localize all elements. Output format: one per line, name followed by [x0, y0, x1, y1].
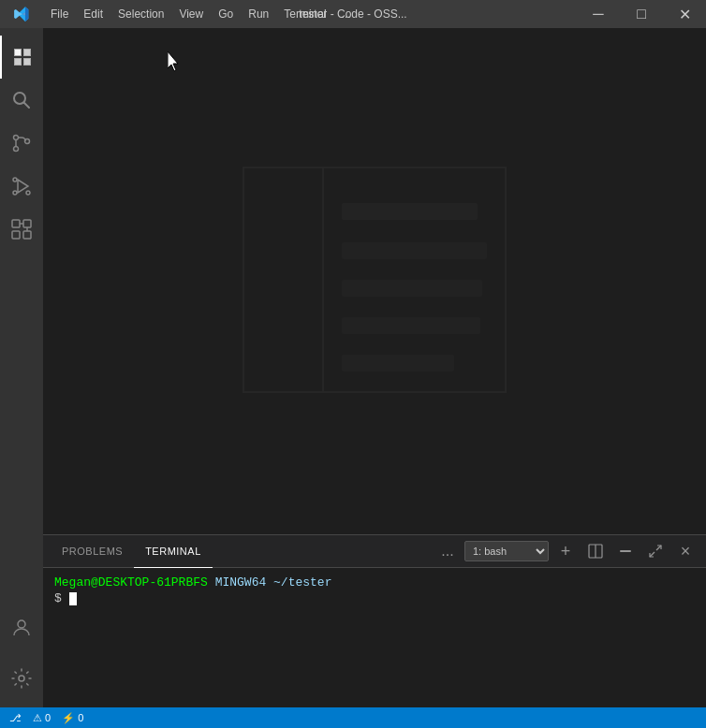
editor-area: [43, 28, 706, 534]
error-icon: ⚠ 0: [33, 712, 51, 724]
menu-view[interactable]: View: [171, 0, 211, 28]
svg-rect-3: [24, 59, 30, 65]
close-button[interactable]: ✕: [663, 0, 706, 28]
vscode-logo: [234, 158, 515, 405]
menu-run[interactable]: Run: [241, 0, 276, 28]
panel-tabs: PROBLEMS TERMINAL ... 1: bash +: [43, 535, 706, 568]
activity-item-settings[interactable]: [0, 657, 43, 700]
status-branch[interactable]: ⎇: [4, 707, 27, 728]
tab-terminal[interactable]: TERMINAL: [134, 535, 213, 568]
terminal-dropdown[interactable]: 1: bash: [464, 541, 549, 561]
svg-rect-27: [342, 355, 454, 371]
close-panel-button[interactable]: ×: [672, 538, 699, 564]
status-errors[interactable]: ⚠ 0: [27, 707, 56, 728]
terminal-cursor: [69, 592, 77, 605]
title-bar: File Edit Selection View Go Run Terminal…: [0, 0, 706, 28]
activity-item-account[interactable]: [0, 606, 43, 649]
svg-point-7: [14, 147, 19, 152]
status-bar: ⎇ ⚠ 0 ⚡ 0: [0, 707, 706, 728]
terminal-select-wrapper: 1: bash: [464, 541, 549, 561]
svg-rect-23: [342, 203, 478, 220]
svg-line-5: [24, 103, 30, 109]
svg-rect-24: [342, 242, 487, 259]
activity-item-search[interactable]: [0, 79, 43, 122]
tab-problems[interactable]: PROBLEMS: [51, 535, 134, 568]
window-controls: ─ □ ✕: [577, 0, 706, 28]
panel: PROBLEMS TERMINAL ... 1: bash +: [43, 534, 706, 707]
svg-line-31: [656, 546, 661, 550]
menu-go[interactable]: Go: [211, 0, 241, 28]
mouse-cursor: [168, 51, 183, 76]
activity-item-source-control[interactable]: [0, 122, 43, 165]
maximize-button[interactable]: □: [620, 0, 663, 28]
svg-point-12: [13, 178, 17, 182]
svg-point-20: [19, 676, 24, 681]
maximize-panel-button[interactable]: [642, 538, 669, 564]
warning-icon: ⚡ 0: [62, 712, 83, 724]
svg-rect-25: [342, 280, 482, 297]
split-terminal-button[interactable]: [582, 538, 609, 564]
svg-line-32: [650, 552, 655, 557]
svg-rect-13: [12, 220, 20, 227]
svg-point-11: [26, 191, 30, 195]
main-layout: PROBLEMS TERMINAL ... 1: bash +: [0, 28, 706, 707]
svg-rect-0: [15, 50, 21, 55]
menu-edit[interactable]: Edit: [76, 0, 110, 28]
terminal-path: [208, 575, 215, 590]
svg-rect-30: [620, 550, 631, 552]
terminal-line-1: Megan@DESKTOP-61PRBFS MINGW64 ~/tester: [54, 575, 695, 590]
activity-item-extensions[interactable]: [0, 208, 43, 251]
terminal-dir: MINGW64: [215, 575, 267, 590]
status-warnings[interactable]: ⚡ 0: [56, 707, 89, 728]
svg-point-6: [14, 136, 19, 140]
app-logo: [0, 0, 43, 28]
activity-bar: [0, 28, 43, 707]
svg-rect-14: [23, 220, 31, 227]
kill-terminal-button[interactable]: [612, 538, 639, 564]
window-title: tester - Code - OSS...: [299, 7, 406, 21]
branch-icon: ⎇: [9, 712, 22, 724]
svg-point-19: [18, 620, 25, 628]
svg-rect-16: [23, 231, 31, 239]
activity-item-explorer[interactable]: [0, 36, 43, 79]
svg-point-10: [13, 191, 17, 195]
terminal-workdir: ~/tester: [273, 575, 331, 590]
welcome-screen: [43, 28, 706, 534]
minimize-button[interactable]: ─: [577, 0, 620, 28]
terminal-user: Megan@DESKTOP-61PRBFS: [54, 575, 208, 590]
svg-rect-26: [342, 317, 480, 334]
svg-rect-2: [24, 50, 30, 55]
menu-selection[interactable]: Selection: [110, 0, 171, 28]
panel-actions: ... 1: bash +: [434, 538, 699, 564]
svg-rect-1: [15, 59, 21, 65]
svg-rect-15: [12, 231, 20, 239]
terminal-tilde: [266, 575, 273, 590]
add-terminal-button[interactable]: +: [552, 538, 579, 564]
menu-file[interactable]: File: [43, 0, 76, 28]
terminal-content[interactable]: Megan@DESKTOP-61PRBFS MINGW64 ~/tester $: [43, 568, 706, 707]
activity-item-run-debug[interactable]: [0, 165, 43, 208]
terminal-line-2: $: [54, 591, 695, 605]
more-button[interactable]: ...: [434, 538, 461, 564]
terminal-dollar: $: [54, 591, 62, 605]
